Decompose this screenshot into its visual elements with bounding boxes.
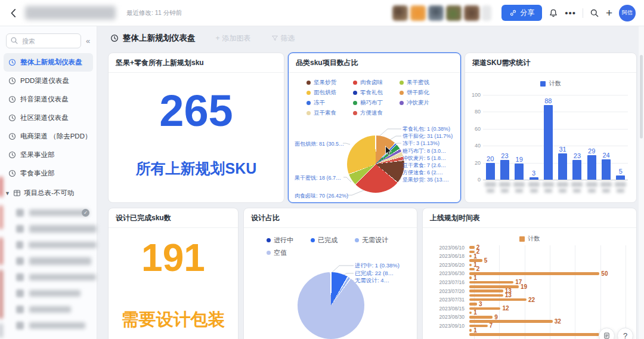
timeline-value-label: 50 (601, 272, 608, 276)
legend-item[interactable]: 冻干 (306, 98, 353, 108)
bar-group: 31 (555, 95, 569, 180)
sidebar-item-3[interactable]: 社区渠道仪表盘 (4, 109, 93, 127)
card-category-pie[interactable]: 品类sku项目数占比 坚果炒货肉食卤味果干蜜饯面包烘焙零食礼包饼干膨化冻干糖巧布… (288, 53, 461, 203)
collapse-sidebar-icon[interactable]: « (86, 36, 90, 45)
timeline-bar[interactable] (469, 320, 553, 323)
bar-value-label: 23 (574, 152, 581, 159)
timeline-bar[interactable] (469, 294, 503, 297)
timeline-bar[interactable] (469, 325, 488, 328)
timeline-bar[interactable] (469, 303, 477, 306)
blurred-text (515, 189, 523, 193)
timeline-bar[interactable] (469, 276, 472, 279)
pie-label: 饼干膨化: 31 (11.7%) (402, 132, 453, 140)
blurred-label (29, 242, 97, 248)
sidebar-item-5[interactable]: 坚果事业部 (4, 146, 93, 164)
search-icon[interactable] (590, 8, 599, 18)
collaborator-avatars[interactable] (392, 5, 491, 21)
legend-item[interactable]: 豆干素食 (306, 108, 353, 118)
user-avatar[interactable]: 阿信 (619, 5, 636, 21)
legend-item[interactable]: 零食礼包 (353, 88, 400, 98)
bar[interactable] (587, 155, 596, 180)
bar[interactable] (515, 164, 524, 180)
timeline-bar-wrap: 50 (469, 272, 626, 276)
share-button[interactable]: 分享 (501, 5, 542, 21)
timeline-bar[interactable] (469, 255, 472, 258)
legend-item[interactable]: 果干蜜饯 (400, 78, 446, 88)
blurred-text (485, 182, 496, 187)
scrollbar-thumb[interactable] (640, 55, 643, 138)
bar-group: 5 (614, 95, 628, 180)
dashboard-header: 整体上新规划仪表盘 + 添加图表 筛选 (110, 33, 295, 44)
timeline-value-label: 19 (521, 285, 527, 289)
sidebar-item-blurred[interactable] (0, 237, 97, 253)
bar[interactable] (558, 153, 567, 180)
sidebar-item-6[interactable]: 零食事业部 (4, 164, 93, 183)
bar[interactable] (602, 159, 611, 180)
sidebar-item-blurred[interactable] (0, 318, 97, 334)
legend-item[interactable]: 已完成 (311, 234, 355, 246)
legend-item[interactable]: 冲饮麦片 (400, 98, 446, 108)
sidebar-item-blurred[interactable] (0, 269, 97, 285)
timeline-bar[interactable] (469, 333, 599, 336)
bar[interactable] (572, 160, 581, 180)
sidebar-item-0[interactable]: 整体上新规划仪表盘 (4, 53, 93, 72)
bar[interactable] (544, 105, 553, 180)
timeline-bar[interactable] (469, 246, 475, 249)
timeline-bar-wrap: 1 (469, 276, 626, 280)
x-label-blurred (599, 182, 613, 193)
back-icon[interactable] (8, 8, 19, 19)
legend-item[interactable]: 方便速食 (353, 108, 400, 118)
card-timeline[interactable]: 上线规划时间表 计数 2023/06/10222023/06/18152023/… (422, 208, 637, 339)
timeline-bar[interactable] (469, 329, 472, 332)
bar[interactable] (530, 177, 538, 180)
timeline-bar-wrap: 22 (469, 298, 626, 302)
timeline-date-label: 2023/06/10 (423, 245, 469, 251)
legend-item[interactable]: 进行中 (267, 234, 311, 246)
timeline-bar[interactable] (469, 264, 472, 267)
legend-item[interactable]: 坚果炒货 (306, 78, 353, 88)
legend-item[interactable]: 空值 (267, 246, 311, 259)
sidebar-item-4[interactable]: 电商渠道 （除去PDD） (4, 127, 93, 146)
create-plus-icon[interactable]: + (606, 7, 612, 19)
sidebar-item-blurred[interactable] (0, 253, 97, 269)
sidebar-item-blurred[interactable] (0, 285, 97, 301)
sidebar-item-blurred[interactable] (0, 221, 97, 237)
legend-item[interactable]: 饼干膨化 (400, 88, 446, 98)
timeline-bar[interactable] (469, 316, 493, 319)
sidebar-item-blurred[interactable] (0, 301, 97, 318)
add-chart-button[interactable]: + 添加图表 (216, 33, 251, 44)
sidebar-item-label: 电商渠道 （除去PDD） (20, 132, 91, 141)
sidebar-item-2[interactable]: 抖音渠道仪表盘 (4, 90, 93, 109)
legend-item[interactable]: 肉食卤味 (353, 78, 400, 88)
sidebar-group-project-table[interactable]: ▼ 项目总表-不可动 (5, 189, 93, 198)
legend-item[interactable]: 面包烘焙 (306, 88, 353, 98)
bar[interactable] (486, 163, 495, 180)
card-channel-bar[interactable]: 渠道SKU需求统计 计数 100806040200 20231938831232… (465, 53, 637, 203)
sidebar-item-blurred[interactable]: ✓ (0, 205, 97, 221)
caret-down-icon[interactable]: ▼ (5, 190, 10, 196)
card-design-pie[interactable]: 设计占比 进行中已完成无需设计空值 进行中: 1 (0.38%)已完成: 22 … (243, 208, 417, 339)
timeline-row: 2023/06/181 (423, 254, 626, 258)
clock-icon (110, 34, 119, 42)
timeline-value-label: 7 (490, 323, 493, 328)
timeline-bar[interactable] (469, 268, 475, 271)
filter-button[interactable]: 筛选 (271, 33, 295, 44)
sidebar-item-1[interactable]: PDD渠道仪表盘 (4, 72, 93, 90)
bar[interactable] (616, 175, 625, 180)
card-design-done[interactable]: 设计已完成sku数 191 需要设计包装 (108, 208, 239, 339)
timeline-row: 2023/06/3050 (423, 272, 626, 276)
timeline-bar[interactable] (469, 272, 599, 275)
category-pie-chart[interactable] (347, 135, 404, 193)
timeline-bar[interactable] (469, 298, 527, 301)
legend-item[interactable]: 无需设计 (355, 234, 399, 246)
scrollbar-track[interactable] (639, 26, 644, 339)
legend-item[interactable]: 糖巧布丁 (353, 98, 400, 108)
card-total-sku[interactable]: 坚果+零食所有上新规划sku 265 所有上新规划SKU (108, 53, 284, 203)
notifications-bell-icon[interactable] (549, 8, 558, 18)
bar[interactable] (500, 160, 509, 180)
more-menu-icon[interactable]: ••• (565, 8, 576, 17)
legend-dot (355, 238, 359, 242)
timeline-bar[interactable] (469, 281, 513, 284)
timeline-bar[interactable] (469, 289, 503, 292)
timeline-bar[interactable] (469, 312, 472, 315)
